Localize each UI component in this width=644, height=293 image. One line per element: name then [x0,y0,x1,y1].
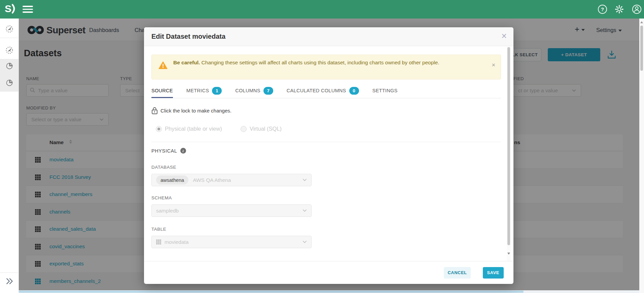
expand-sidebar-icon[interactable] [6,277,14,285]
brand-logo-letter: S [5,3,11,14]
tab-count-badge: 0 [349,87,359,95]
save-button[interactable]: SAVE [483,267,504,279]
radio-virtual[interactable]: Virtual (SQL) [241,126,282,132]
physical-section-header: PHYSICAL i [151,148,186,154]
tab-label: SETTINGS [372,88,398,93]
tab-label: METRICS [186,88,209,93]
section-divider [151,142,501,142]
tab-source[interactable]: SOURCE [151,83,173,98]
user-icon[interactable] [632,4,642,14]
tab-count-badge: 1 [212,87,222,95]
brand-logo[interactable]: S [5,3,16,14]
sidebar-divider [0,38,19,38]
schema-label: SCHEMA [151,195,172,200]
tab-calculated-columns[interactable]: CALCULATED COLUMNS0 [287,83,359,98]
svg-text:?: ? [601,6,604,12]
warning-alert: Be careful. Changing these settings will… [151,55,501,79]
schema-value: sampledb [156,208,179,214]
help-icon[interactable]: ? [598,4,607,14]
page-horizontal-scrollbar[interactable] [19,290,639,293]
table-value: moviedata [165,239,189,245]
table-label: TABLE [151,227,166,232]
schema-select[interactable]: sampledb [151,204,312,217]
tab-label: SOURCE [151,88,173,93]
dashboards-nav-icon[interactable] [5,46,13,54]
database-select[interactable]: awsathena AWS QA Athena [151,174,312,186]
table-grid-icon [156,239,161,245]
datasets-pie-icon[interactable] [5,79,13,87]
table-grid-icon [156,239,161,245]
table-select[interactable]: moviedata [151,236,312,248]
lock-icon[interactable] [151,107,158,115]
tab-settings[interactable]: SETTINGS [372,83,398,98]
charts-pie-icon[interactable] [5,62,13,70]
warning-icon [158,61,168,69]
database-tag: awsathena [156,175,188,185]
left-sidebar [0,19,19,293]
scrollbar-thumb[interactable] [19,291,524,293]
chevron-down-icon [302,209,307,212]
modal-scrollbar[interactable] [507,46,511,261]
alert-close-icon[interactable]: × [492,62,495,69]
scrollbar-thumb[interactable] [640,26,643,71]
lock-row: Click the lock to make changes. [151,107,231,115]
radio-physical-label: Physical (table or view) [165,126,222,132]
dashboard-gauge-icon[interactable] [5,25,13,33]
scroll-up-arrow-icon[interactable] [640,21,643,23]
radio-unselected-icon[interactable] [241,126,247,132]
radio-physical[interactable]: Physical (table or view) [156,126,222,132]
gear-icon[interactable] [614,4,624,14]
cancel-button[interactable]: CANCEL [444,267,470,279]
edit-dataset-modal: Edit Dataset moviedata × Be careful. Cha… [144,27,513,284]
radio-virtual-label: Virtual (SQL) [250,126,282,132]
tab-metrics[interactable]: METRICS1 [186,83,222,98]
chevron-down-icon [302,178,307,182]
warning-text: Be careful. Changing these settings will… [173,58,442,67]
radio-selected-icon[interactable] [156,126,162,132]
database-value: AWS QA Athena [193,177,231,183]
tab-columns[interactable]: COLUMNS7 [235,83,273,98]
info-icon[interactable]: i [180,148,186,154]
sidebar-divider [0,272,19,273]
modal-footer: CANCEL SAVE [144,261,513,284]
chevron-down-icon [302,240,307,243]
tabs-divider [151,98,501,98]
screen: S ? [0,0,644,293]
tab-label: COLUMNS [235,88,260,93]
scrollbar-thumb[interactable] [507,47,510,245]
top-navbar: S ? [0,0,644,19]
menu-icon[interactable] [23,6,33,13]
lock-hint-text: Click the lock to make changes. [160,108,231,113]
database-label: DATABASE [151,165,176,170]
modal-tabs: SOURCEMETRICS1COLUMNS7CALCULATED COLUMNS… [151,83,397,98]
modal-title: Edit Dataset moviedata [151,33,225,40]
physical-section-label: PHYSICAL [151,148,177,154]
scroll-down-arrow-icon[interactable] [507,253,510,255]
brand-logo-swoosh [12,4,16,14]
page-vertical-scrollbar[interactable] [639,19,644,293]
modal-header: Edit Dataset moviedata × [144,27,513,46]
tab-label: CALCULATED COLUMNS [287,88,346,93]
close-icon[interactable]: × [501,31,507,41]
tab-count-badge: 7 [263,87,273,95]
